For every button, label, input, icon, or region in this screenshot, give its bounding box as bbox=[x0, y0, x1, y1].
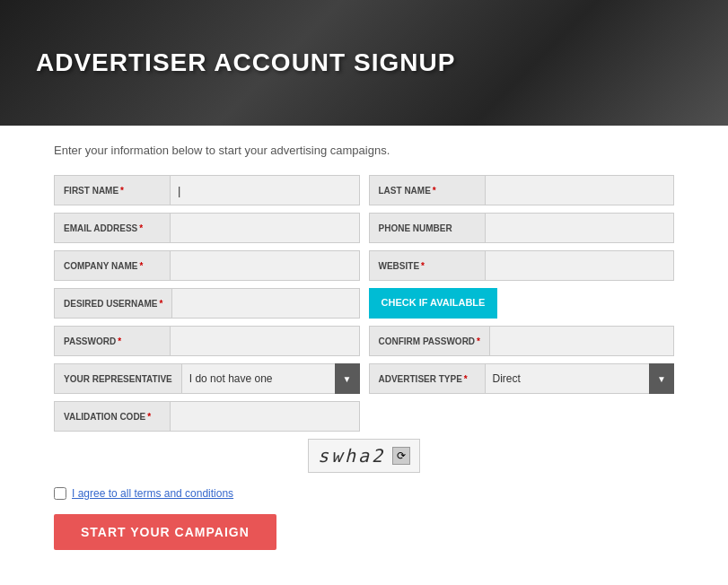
confirm-password-label: CONFIRM PASSWORD* bbox=[369, 326, 491, 356]
phone-group: PHONE NUMBER bbox=[369, 213, 675, 243]
last-name-input[interactable] bbox=[486, 175, 675, 205]
subtitle-text: Enter your information below to start yo… bbox=[54, 144, 674, 157]
website-input[interactable] bbox=[486, 250, 675, 281]
submit-row: START YOUR CAMPAIGN bbox=[54, 514, 674, 550]
email-group: EMAIL ADDRESS* bbox=[54, 213, 360, 243]
last-name-label: LAST NAME* bbox=[369, 175, 486, 205]
website-group: WEBSITE* bbox=[369, 250, 675, 281]
your-rep-group: YOUR REPRESENTATIVE I do not have one bbox=[54, 363, 360, 394]
signup-form: FIRST NAME* LAST NAME* EMAIL ADDRESS* bbox=[54, 175, 674, 550]
captcha-row: swha2 ⟳ bbox=[54, 439, 674, 473]
validation-label: VALIDATION CODE* bbox=[54, 401, 171, 432]
advertiser-type-select-wrapper: Direct bbox=[486, 363, 675, 394]
captcha-box: swha2 ⟳ bbox=[308, 439, 420, 473]
username-row: DESIRED USERNAME* CHECK IF AVAILABLE bbox=[54, 288, 674, 319]
company-website-row: COMPANY NAME* WEBSITE* bbox=[54, 250, 674, 281]
company-input[interactable] bbox=[171, 250, 360, 281]
email-input[interactable] bbox=[171, 213, 360, 243]
check-availability-button[interactable]: CHECK IF AVAILABLE bbox=[369, 288, 498, 319]
your-rep-label: YOUR REPRESENTATIVE bbox=[54, 363, 182, 394]
username-input[interactable] bbox=[172, 288, 359, 319]
password-input[interactable] bbox=[171, 326, 360, 356]
email-phone-row: EMAIL ADDRESS* PHONE NUMBER bbox=[54, 213, 674, 243]
phone-label: PHONE NUMBER bbox=[369, 213, 486, 243]
captcha-refresh-button[interactable]: ⟳ bbox=[392, 447, 410, 465]
submit-button[interactable]: START YOUR CAMPAIGN bbox=[54, 514, 276, 550]
terms-checkbox[interactable] bbox=[54, 487, 66, 500]
validation-input[interactable] bbox=[171, 401, 360, 432]
validation-group: VALIDATION CODE* bbox=[54, 401, 360, 432]
captcha-text: swha2 bbox=[318, 445, 385, 467]
name-row: FIRST NAME* LAST NAME* bbox=[54, 175, 674, 205]
your-rep-select-wrapper: I do not have one bbox=[182, 363, 360, 394]
advertiser-type-label: ADVERTISER TYPE* bbox=[369, 363, 486, 394]
terms-row: I agree to all terms and conditions bbox=[54, 487, 674, 500]
advertiser-type-group: ADVERTISER TYPE* Direct bbox=[369, 363, 675, 394]
main-content: Enter your information below to start yo… bbox=[0, 126, 728, 585]
validation-row: VALIDATION CODE* bbox=[54, 401, 674, 432]
page-title: ADVERTISER ACCOUNT SIGNUP bbox=[36, 48, 455, 77]
password-group: PASSWORD* bbox=[54, 326, 360, 356]
password-label: PASSWORD* bbox=[54, 326, 171, 356]
company-label: COMPANY NAME* bbox=[54, 250, 171, 281]
first-name-input[interactable] bbox=[171, 175, 360, 205]
username-label: DESIRED USERNAME* bbox=[54, 288, 172, 319]
email-label: EMAIL ADDRESS* bbox=[54, 213, 171, 243]
check-availability-group: CHECK IF AVAILABLE bbox=[369, 288, 675, 319]
advertiser-type-select[interactable]: Direct bbox=[486, 363, 675, 394]
page-header: ADVERTISER ACCOUNT SIGNUP bbox=[0, 0, 728, 126]
phone-input[interactable] bbox=[486, 213, 675, 243]
rep-advertiser-row: YOUR REPRESENTATIVE I do not have one AD… bbox=[54, 363, 674, 394]
username-group: DESIRED USERNAME* bbox=[54, 288, 360, 319]
website-label: WEBSITE* bbox=[369, 250, 486, 281]
terms-link[interactable]: I agree to all terms and conditions bbox=[72, 487, 233, 500]
confirm-password-input[interactable] bbox=[490, 326, 674, 356]
first-name-group: FIRST NAME* bbox=[54, 175, 360, 205]
company-group: COMPANY NAME* bbox=[54, 250, 360, 281]
first-name-label: FIRST NAME* bbox=[54, 175, 171, 205]
last-name-group: LAST NAME* bbox=[369, 175, 675, 205]
password-row: PASSWORD* CONFIRM PASSWORD* bbox=[54, 326, 674, 356]
confirm-password-group: CONFIRM PASSWORD* bbox=[369, 326, 675, 356]
your-rep-select[interactable]: I do not have one bbox=[182, 363, 360, 394]
